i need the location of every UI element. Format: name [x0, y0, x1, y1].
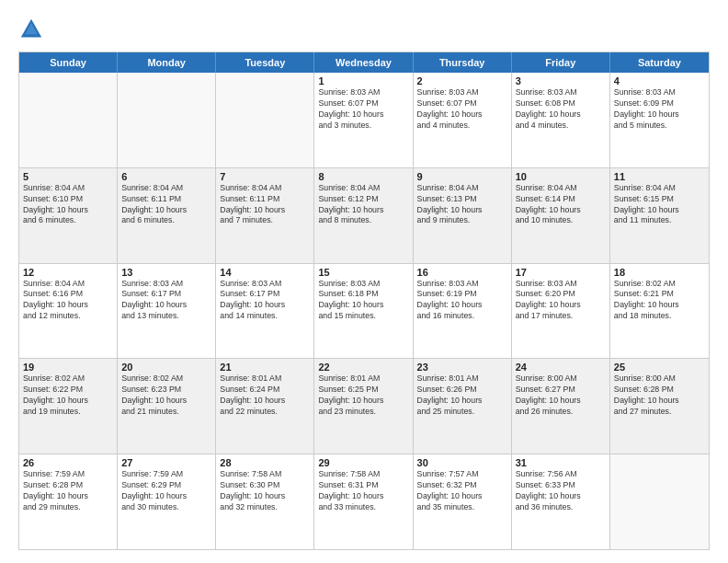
- day-info: Sunrise: 8:03 AM Sunset: 6:18 PM Dayligh…: [318, 279, 408, 323]
- day-info: Sunrise: 7:58 AM Sunset: 6:30 PM Dayligh…: [220, 469, 310, 513]
- day-cell-16: 16Sunrise: 8:03 AM Sunset: 6:19 PM Dayli…: [414, 264, 512, 359]
- day-info: Sunrise: 8:04 AM Sunset: 6:10 PM Dayligh…: [23, 183, 113, 227]
- day-cell-2: 2Sunrise: 8:03 AM Sunset: 6:07 PM Daylig…: [414, 73, 512, 167]
- calendar-header: SundayMondayTuesdayWednesdayThursdayFrid…: [19, 52, 709, 73]
- day-number: 29: [318, 457, 408, 468]
- day-info: Sunrise: 8:03 AM Sunset: 6:09 PM Dayligh…: [614, 87, 705, 132]
- day-info: Sunrise: 8:00 AM Sunset: 6:28 PM Dayligh…: [614, 373, 705, 418]
- day-info: Sunrise: 8:02 AM Sunset: 6:21 PM Dayligh…: [614, 279, 705, 323]
- day-info: Sunrise: 7:59 AM Sunset: 6:29 PM Dayligh…: [121, 469, 211, 513]
- day-cell-6: 6Sunrise: 8:04 AM Sunset: 6:11 PM Daylig…: [118, 168, 216, 263]
- day-info: Sunrise: 8:02 AM Sunset: 6:22 PM Dayligh…: [23, 373, 113, 418]
- day-number: 7: [220, 171, 310, 182]
- day-info: Sunrise: 8:04 AM Sunset: 6:11 PM Dayligh…: [220, 183, 310, 227]
- weekday-header-thursday: Thursday: [414, 52, 512, 73]
- calendar-body: 1Sunrise: 8:03 AM Sunset: 6:07 PM Daylig…: [19, 73, 709, 549]
- day-info: Sunrise: 8:03 AM Sunset: 6:17 PM Dayligh…: [121, 279, 211, 323]
- day-number: 22: [318, 362, 408, 373]
- empty-cell-0-0: [19, 73, 118, 167]
- day-number: 30: [417, 457, 507, 468]
- day-cell-30: 30Sunrise: 7:57 AM Sunset: 6:32 PM Dayli…: [414, 454, 512, 549]
- weekday-header-monday: Monday: [118, 52, 216, 73]
- logo: [18, 17, 48, 42]
- day-number: 9: [417, 171, 507, 182]
- day-info: Sunrise: 7:56 AM Sunset: 6:33 PM Dayligh…: [516, 469, 606, 513]
- day-info: Sunrise: 8:01 AM Sunset: 6:26 PM Dayligh…: [417, 373, 507, 418]
- day-cell-25: 25Sunrise: 8:00 AM Sunset: 6:28 PM Dayli…: [610, 359, 709, 454]
- day-number: 1: [318, 75, 408, 86]
- day-number: 8: [318, 171, 408, 182]
- day-cell-12: 12Sunrise: 8:04 AM Sunset: 6:16 PM Dayli…: [19, 264, 118, 359]
- day-number: 23: [417, 362, 507, 373]
- day-number: 26: [23, 457, 113, 468]
- day-cell-29: 29Sunrise: 7:58 AM Sunset: 6:31 PM Dayli…: [314, 454, 413, 549]
- day-number: 20: [121, 362, 211, 373]
- empty-cell-0-2: [216, 73, 314, 167]
- day-info: Sunrise: 8:03 AM Sunset: 6:20 PM Dayligh…: [516, 279, 606, 323]
- day-cell-15: 15Sunrise: 8:03 AM Sunset: 6:18 PM Dayli…: [314, 264, 413, 359]
- day-cell-20: 20Sunrise: 8:02 AM Sunset: 6:23 PM Dayli…: [118, 359, 216, 454]
- day-cell-5: 5Sunrise: 8:04 AM Sunset: 6:10 PM Daylig…: [19, 168, 118, 263]
- day-number: 5: [23, 171, 113, 182]
- day-info: Sunrise: 7:57 AM Sunset: 6:32 PM Dayligh…: [417, 469, 507, 513]
- day-number: 18: [614, 267, 705, 278]
- day-number: 19: [23, 362, 113, 373]
- day-info: Sunrise: 8:04 AM Sunset: 6:13 PM Dayligh…: [417, 183, 507, 227]
- day-number: 27: [121, 457, 211, 468]
- calendar-row-0: 1Sunrise: 8:03 AM Sunset: 6:07 PM Daylig…: [19, 73, 709, 167]
- day-cell-14: 14Sunrise: 8:03 AM Sunset: 6:17 PM Dayli…: [216, 264, 314, 359]
- weekday-header-tuesday: Tuesday: [216, 52, 314, 73]
- header: [18, 17, 710, 42]
- weekday-header-sunday: Sunday: [19, 52, 118, 73]
- day-cell-28: 28Sunrise: 7:58 AM Sunset: 6:30 PM Dayli…: [216, 454, 314, 549]
- day-info: Sunrise: 8:04 AM Sunset: 6:15 PM Dayligh…: [614, 183, 705, 227]
- day-number: 21: [220, 362, 310, 373]
- weekday-header-friday: Friday: [512, 52, 610, 73]
- weekday-header-saturday: Saturday: [610, 52, 709, 73]
- day-cell-8: 8Sunrise: 8:04 AM Sunset: 6:12 PM Daylig…: [314, 168, 413, 263]
- day-number: 11: [614, 171, 705, 182]
- day-info: Sunrise: 8:04 AM Sunset: 6:11 PM Dayligh…: [121, 183, 211, 227]
- day-cell-23: 23Sunrise: 8:01 AM Sunset: 6:26 PM Dayli…: [414, 359, 512, 454]
- day-info: Sunrise: 7:59 AM Sunset: 6:28 PM Dayligh…: [23, 469, 113, 513]
- day-cell-19: 19Sunrise: 8:02 AM Sunset: 6:22 PM Dayli…: [19, 359, 118, 454]
- day-cell-26: 26Sunrise: 7:59 AM Sunset: 6:28 PM Dayli…: [19, 454, 118, 549]
- day-number: 28: [220, 457, 310, 468]
- day-info: Sunrise: 8:04 AM Sunset: 6:14 PM Dayligh…: [516, 183, 606, 227]
- day-info: Sunrise: 8:01 AM Sunset: 6:24 PM Dayligh…: [220, 373, 310, 418]
- day-cell-24: 24Sunrise: 8:00 AM Sunset: 6:27 PM Dayli…: [512, 359, 610, 454]
- day-cell-10: 10Sunrise: 8:04 AM Sunset: 6:14 PM Dayli…: [512, 168, 610, 263]
- day-info: Sunrise: 8:04 AM Sunset: 6:12 PM Dayligh…: [318, 183, 408, 227]
- page: SundayMondayTuesdayWednesdayThursdayFrid…: [0, 0, 728, 563]
- weekday-header-wednesday: Wednesday: [314, 52, 413, 73]
- day-info: Sunrise: 8:03 AM Sunset: 6:17 PM Dayligh…: [220, 279, 310, 323]
- day-info: Sunrise: 8:03 AM Sunset: 6:19 PM Dayligh…: [417, 279, 507, 323]
- calendar-row-1: 5Sunrise: 8:04 AM Sunset: 6:10 PM Daylig…: [19, 167, 709, 263]
- day-number: 16: [417, 267, 507, 278]
- empty-cell-0-1: [118, 73, 216, 167]
- day-number: 25: [614, 362, 705, 373]
- day-number: 12: [23, 267, 113, 278]
- calendar-row-2: 12Sunrise: 8:04 AM Sunset: 6:16 PM Dayli…: [19, 263, 709, 359]
- day-info: Sunrise: 8:00 AM Sunset: 6:27 PM Dayligh…: [516, 373, 606, 418]
- calendar-row-3: 19Sunrise: 8:02 AM Sunset: 6:22 PM Dayli…: [19, 358, 709, 454]
- calendar-row-4: 26Sunrise: 7:59 AM Sunset: 6:28 PM Dayli…: [19, 454, 709, 549]
- calendar: SundayMondayTuesdayWednesdayThursdayFrid…: [18, 52, 710, 550]
- day-number: 31: [516, 457, 606, 468]
- day-cell-31: 31Sunrise: 7:56 AM Sunset: 6:33 PM Dayli…: [512, 454, 610, 549]
- logo-icon: [18, 17, 44, 42]
- day-number: 3: [516, 75, 606, 86]
- day-cell-27: 27Sunrise: 7:59 AM Sunset: 6:29 PM Dayli…: [118, 454, 216, 549]
- day-number: 10: [516, 171, 606, 182]
- day-info: Sunrise: 8:03 AM Sunset: 6:07 PM Dayligh…: [318, 87, 408, 132]
- day-cell-13: 13Sunrise: 8:03 AM Sunset: 6:17 PM Dayli…: [118, 264, 216, 359]
- day-number: 24: [516, 362, 606, 373]
- day-number: 14: [220, 267, 310, 278]
- day-cell-9: 9Sunrise: 8:04 AM Sunset: 6:13 PM Daylig…: [414, 168, 512, 263]
- day-number: 6: [121, 171, 211, 182]
- day-cell-17: 17Sunrise: 8:03 AM Sunset: 6:20 PM Dayli…: [512, 264, 610, 359]
- day-info: Sunrise: 8:03 AM Sunset: 6:08 PM Dayligh…: [516, 87, 606, 132]
- day-info: Sunrise: 8:03 AM Sunset: 6:07 PM Dayligh…: [417, 87, 507, 132]
- day-info: Sunrise: 7:58 AM Sunset: 6:31 PM Dayligh…: [318, 469, 408, 513]
- day-info: Sunrise: 8:02 AM Sunset: 6:23 PM Dayligh…: [121, 373, 211, 418]
